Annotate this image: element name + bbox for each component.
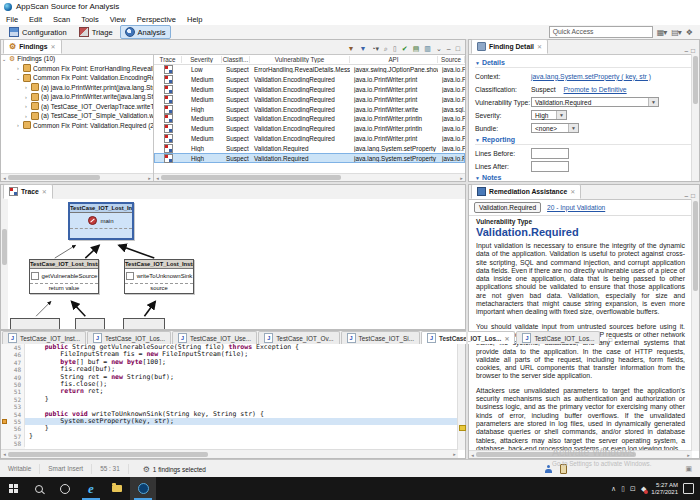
- table-row[interactable]: MediumSuspectValidation.EncodingRequired…: [154, 114, 465, 124]
- tree-root[interactable]: ⌄⚙Findings (10): [1, 54, 153, 64]
- editor-tab[interactable]: JTestCase_IOT_Los...: [87, 331, 171, 344]
- trace-icon[interactable]: [164, 114, 173, 123]
- view-menu-icon[interactable]: ⌄: [435, 44, 443, 54]
- code-area[interactable]: 45 public String getVulnerableSource(Str…: [1, 344, 458, 450]
- menu-file[interactable]: File: [6, 15, 18, 24]
- trace-cell[interactable]: [154, 95, 182, 104]
- trace-node[interactable]: TestCase_IOT_Lost_InstancewriteToUnknown…: [124, 259, 194, 294]
- user-icon[interactable]: [545, 465, 552, 473]
- collapse-icon[interactable]: ▼: [475, 60, 480, 66]
- taskbar-clock[interactable]: 5:27 AM 1/27/2021: [651, 482, 678, 496]
- menu-scan[interactable]: Scan: [53, 15, 70, 24]
- perspective-list-icon[interactable]: ▤▾: [671, 28, 681, 37]
- filter-icon[interactable]: ▼: [346, 44, 355, 54]
- action-center-icon[interactable]: [683, 483, 694, 494]
- trace-cell[interactable]: [154, 124, 182, 133]
- lines-after-input[interactable]: [531, 161, 569, 172]
- scroll-left-icon[interactable]: ◂: [1, 451, 8, 457]
- scroll-right-icon[interactable]: ▸: [685, 452, 692, 458]
- section-details[interactable]: ▼ Details: [475, 59, 692, 68]
- table-hscrollbar[interactable]: ◂ ▸: [154, 173, 465, 181]
- table-row[interactable]: LowSuspectErrorHandling.RevealDetails.Me…: [154, 65, 465, 75]
- trace-icon[interactable]: [164, 124, 173, 133]
- code-line[interactable]: 57}: [1, 433, 458, 440]
- warning-marker-icon[interactable]: [459, 425, 466, 431]
- column-header[interactable]: Trace: [154, 56, 182, 63]
- tab-finding-detail[interactable]: Finding Detail ✕: [471, 39, 548, 54]
- menu-view[interactable]: View: [110, 15, 126, 24]
- tree-item[interactable]: ⌄Common Fix Point: Validation.EncodingRe…: [1, 73, 153, 83]
- trace-cell[interactable]: [154, 85, 182, 94]
- mode-triage[interactable]: Triage: [74, 25, 118, 39]
- internet-explorer-button[interactable]: e: [78, 477, 104, 500]
- trace-icon[interactable]: [164, 75, 173, 84]
- trace-node-partial[interactable]: [75, 318, 105, 329]
- vulnerability-type-select[interactable]: Validation.Required ▼: [531, 97, 659, 107]
- scroll-thumb[interactable]: [8, 452, 208, 457]
- table-row[interactable]: MediumSuspectValidation.EncodingRequired…: [154, 134, 465, 144]
- collapse-icon[interactable]: ▼: [475, 137, 480, 143]
- tray-display-icon[interactable]: ⊡: [630, 485, 636, 493]
- trace-node[interactable]: TestCase_IOT_Lost_InstancegetVulnerableS…: [29, 259, 99, 294]
- code-line[interactable]: 56 }: [1, 425, 458, 432]
- trace-icon[interactable]: [164, 144, 173, 153]
- tree-item[interactable]: ›Common Fix Point: Validation.Required (…: [1, 121, 153, 131]
- tab-list-icon[interactable]: ⌄: [600, 337, 605, 344]
- scroll-thumb[interactable]: [161, 175, 341, 180]
- twistie-icon[interactable]: ⌄: [1, 56, 7, 62]
- close-icon[interactable]: ✕: [51, 43, 56, 50]
- trace-cell[interactable]: [154, 134, 182, 143]
- close-icon[interactable]: ✕: [537, 43, 542, 50]
- code-line[interactable]: 58: [1, 440, 458, 447]
- detail-vscrollbar[interactable]: [691, 54, 699, 181]
- table-row[interactable]: HighSuspectValidation.EncodingRequiredja…: [154, 104, 465, 114]
- progress-icon[interactable]: ▣: [685, 465, 692, 473]
- column-header[interactable]: Severity: [182, 56, 222, 63]
- perspective-grid-icon[interactable]: ▦▾: [657, 28, 667, 37]
- code-line[interactable]: 55 System.setProperty(key, str);: [1, 418, 458, 425]
- editor-tab[interactable]: JTestCase_IOT_Ov...: [258, 331, 339, 344]
- editor-tab[interactable]: JTestCase_IOT_Los...✕: [421, 331, 515, 344]
- trace-icon[interactable]: [164, 95, 173, 104]
- trace-icon[interactable]: [164, 105, 173, 114]
- input-validation-link[interactable]: 20 - Input Validation: [547, 204, 605, 211]
- start-button[interactable]: [0, 477, 26, 500]
- trace-cell[interactable]: [154, 75, 182, 84]
- import-bundle-icon[interactable]: ▥: [423, 44, 432, 54]
- code-line[interactable]: 51 return ret;: [1, 388, 458, 395]
- bundle-select[interactable]: <none> ▼: [531, 123, 579, 133]
- tray-expand-icon[interactable]: ∧: [611, 485, 616, 493]
- scroll-thumb[interactable]: [8, 175, 100, 180]
- tab-trace[interactable]: Trace ✕: [3, 184, 53, 199]
- trace-cell[interactable]: [154, 105, 182, 114]
- close-icon[interactable]: ✕: [570, 188, 575, 195]
- remediation-vscrollbar[interactable]: [691, 199, 699, 451]
- code-line[interactable]: 52 }: [1, 396, 458, 403]
- minimize-icon[interactable]: –: [684, 192, 688, 199]
- scroll-left-icon[interactable]: ◂: [469, 452, 476, 458]
- scroll-thumb[interactable]: [2, 229, 7, 265]
- table-row[interactable]: HighSuspectValidation.Requiredjava.lang.…: [154, 143, 465, 153]
- context-link[interactable]: java.lang.System.setProperty ( key, str …: [531, 73, 651, 80]
- overview-ruler[interactable]: [457, 344, 465, 450]
- trace-icon[interactable]: [164, 65, 173, 74]
- scroll-thumb[interactable]: [693, 56, 698, 104]
- minimize-icon[interactable]: –: [684, 47, 688, 54]
- menu-help[interactable]: Help: [187, 15, 202, 24]
- trace-icon[interactable]: [164, 85, 173, 94]
- twistie-icon[interactable]: ›: [15, 122, 21, 128]
- twistie-icon[interactable]: ⌄: [15, 75, 21, 81]
- minimize-icon[interactable]: –: [446, 44, 452, 54]
- twistie-icon[interactable]: ›: [23, 84, 29, 90]
- menu-tools[interactable]: Tools: [81, 15, 99, 24]
- table-row[interactable]: MediumSuspectValidation.EncodingRequired…: [154, 85, 465, 95]
- trace-node[interactable]: TestCase_IOT_Lost_Instancemain: [68, 202, 134, 240]
- trace-cell[interactable]: [154, 154, 182, 163]
- table-row[interactable]: HighSuspectValidation.Requiredjava.lang.…: [154, 153, 465, 163]
- twistie-icon[interactable]: ›: [23, 113, 29, 119]
- tray-notification-icon[interactable]: ◆: [641, 485, 646, 493]
- trace-icon[interactable]: [164, 154, 173, 163]
- editor-hscrollbar[interactable]: ◂ ▸: [1, 449, 458, 458]
- perspective-other-icon[interactable]: ❖: [686, 28, 692, 37]
- editor-tab[interactable]: JTestCase_IOT_Los...: [516, 331, 600, 344]
